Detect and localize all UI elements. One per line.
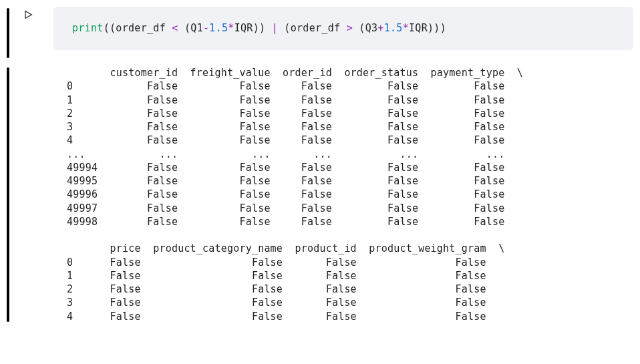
play-icon: [23, 9, 33, 20]
code-cell: print((order_df < (Q1-1.5*IQR)) | (order…: [7, 7, 640, 58]
run-cell-button[interactable]: [23, 9, 33, 23]
output-collapse-bar[interactable]: [7, 67, 9, 322]
cell-collapse-bar[interactable]: [7, 8, 9, 58]
code-line: print((order_df < (Q1-1.5*IQR)) | (order…: [72, 22, 446, 34]
output-cell: customer_id freight_value order_id order…: [7, 66, 640, 323]
code-input[interactable]: print((order_df < (Q1-1.5*IQR)) | (order…: [53, 7, 633, 50]
output-gutter: [23, 66, 67, 323]
output-text: customer_id freight_value order_id order…: [67, 66, 523, 323]
